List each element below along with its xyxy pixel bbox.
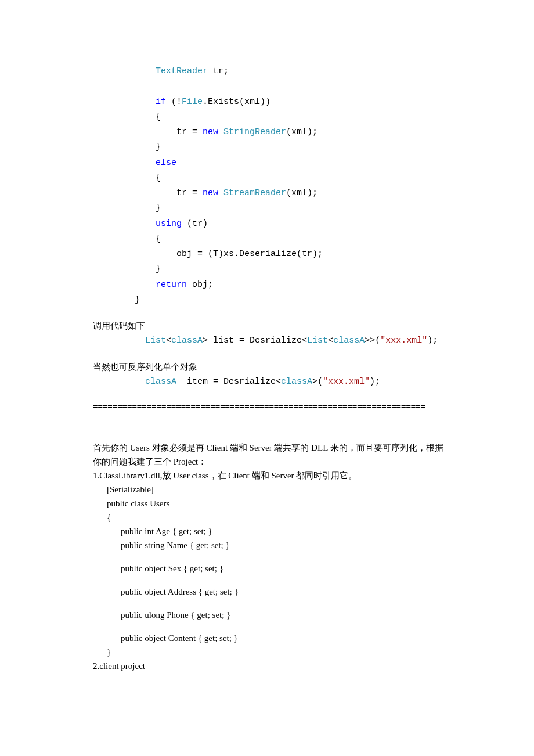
paragraph: 首先你的 Users 对象必须是再 Client 端和 Server 端共享的 … — [93, 441, 444, 469]
code-line: [Serializable] — [93, 483, 444, 496]
code-line: else — [93, 158, 176, 168]
code-line: TextReader tr; — [93, 66, 229, 76]
call-example-1: List<classA> list = Desrialize<List<clas… — [93, 333, 444, 348]
code-line: using (tr) — [93, 219, 208, 229]
code-block-deserialize: TextReader tr; if (!File.Exists(xml)) { … — [93, 64, 444, 308]
code-line: { — [93, 112, 161, 122]
call-example-1-label: 调用代码如下 — [93, 318, 444, 333]
code-line: public object Address { get; set; } — [93, 585, 444, 599]
code-line: } — [93, 264, 161, 274]
code-line: { — [93, 510, 444, 524]
code-line: tr = new StringReader(xml); — [93, 127, 317, 137]
code-line: } — [93, 203, 161, 213]
code-line: } — [93, 142, 161, 152]
code-line: tr = new StreamReader(xml); — [93, 188, 317, 198]
code-line: return obj; — [93, 280, 213, 290]
code-line: public int Age { get; set; } — [93, 524, 444, 538]
paragraph: 2.client project — [93, 659, 444, 673]
code-line: if (!File.Exists(xml)) — [93, 97, 270, 107]
code-line: } — [93, 645, 444, 659]
code-line: { — [93, 234, 161, 244]
call-example-2: classA item = Desrialize<classA>("xxx.xm… — [93, 375, 444, 390]
code-line: obj = (T)xs.Deserialize(tr); — [93, 249, 323, 259]
code-line: } — [93, 295, 140, 305]
prose-block: 首先你的 Users 对象必须是再 Client 端和 Server 端共享的 … — [93, 441, 444, 673]
code-line — [93, 81, 98, 91]
call-example-2-label: 当然也可反序列化单个对象 — [93, 359, 444, 375]
code-line: public class Users — [93, 496, 444, 510]
code-line: public object Sex { get; set; } — [93, 561, 444, 575]
paragraph: 1.ClassLibrary1.dll,放 User class，在 Clien… — [93, 469, 444, 483]
code-line: public object Content { get; set; } — [93, 631, 444, 645]
separator-line: ========================================… — [93, 400, 444, 413]
code-line: public ulong Phone { get; set; } — [93, 608, 444, 622]
document-page: TextReader tr; if (!File.Exists(xml)) { … — [0, 0, 534, 719]
code-line: { — [93, 173, 161, 183]
code-line: public string Name { get; set; } — [93, 538, 444, 552]
